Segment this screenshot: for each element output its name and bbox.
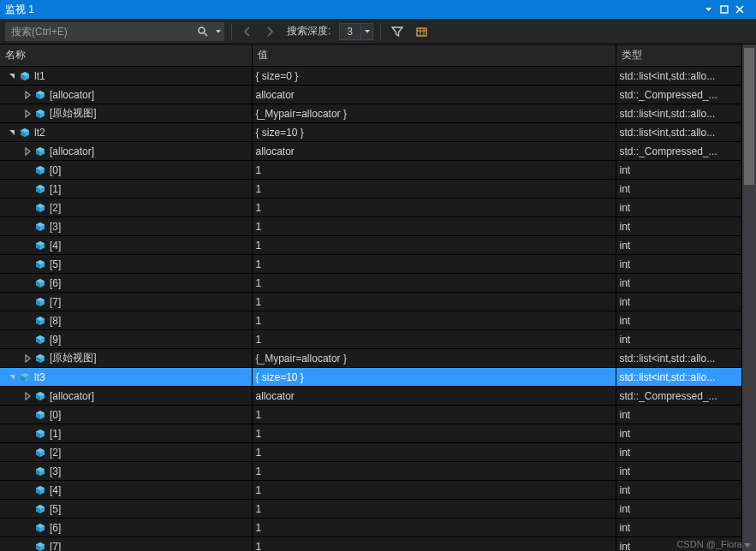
table-row[interactable]: [0]1int [0, 161, 742, 180]
row-value: 1 [256, 183, 262, 195]
row-name: [4] [50, 484, 61, 496]
table-row[interactable]: [原始视图]{_Mypair=allocator }std::list<int,… [0, 349, 742, 368]
nav-back-button[interactable] [239, 23, 256, 40]
row-name: [0] [50, 164, 61, 176]
table-row[interactable]: [2]1int [0, 443, 742, 462]
row-name: [1] [50, 428, 61, 440]
table-view-button[interactable] [412, 23, 431, 40]
table-row[interactable]: [2]1int [0, 198, 742, 217]
separator [380, 24, 381, 39]
caret-open-icon[interactable] [7, 71, 17, 81]
row-name: [5] [50, 503, 61, 515]
row-name: lt2 [34, 127, 45, 139]
row-value: 1 [256, 296, 262, 308]
row-value: 1 [256, 447, 262, 459]
variable-icon [34, 447, 46, 458]
dropdown-button[interactable] [705, 6, 720, 14]
caret-closed-icon[interactable] [22, 391, 33, 401]
nav-forward-button[interactable] [261, 23, 278, 40]
table-row[interactable]: [1]1int [0, 424, 742, 443]
caret-placeholder [22, 316, 33, 326]
variable-icon [34, 429, 46, 439]
search-icon[interactable] [193, 22, 213, 41]
row-value: 1 [256, 484, 262, 496]
row-value: { size=0 } [256, 70, 299, 82]
row-value: 1 [256, 409, 262, 421]
search-dropdown-icon[interactable] [213, 22, 223, 41]
table-row[interactable]: lt2{ size=10 }std::list<int,std::allo... [0, 123, 742, 142]
row-name: [9] [50, 334, 61, 346]
row-name: [5] [50, 258, 61, 270]
depth-label: 搜索深度: [287, 24, 330, 39]
row-type: int [620, 522, 631, 534]
caret-closed-icon[interactable] [22, 146, 33, 157]
row-type: int [620, 240, 631, 252]
caret-placeholder [22, 485, 33, 495]
table-row[interactable]: lt1{ size=0 }std::list<int,std::allo... [0, 67, 742, 86]
titlebar[interactable]: 监视 1 [0, 0, 756, 19]
row-name: [4] [50, 240, 61, 252]
variable-icon [34, 146, 46, 157]
caret-closed-icon[interactable] [22, 353, 33, 364]
column-type[interactable]: 类型 [616, 44, 742, 67]
row-value: 1 [256, 503, 262, 515]
row-type: int [620, 258, 631, 270]
table-row[interactable]: [3]1int [0, 217, 742, 236]
scrollbar-thumb[interactable] [744, 48, 754, 185]
row-value: 1 [256, 277, 262, 289]
table-row[interactable]: [allocator]allocatorstd::_Compressed_... [0, 142, 742, 161]
row-value: 1 [256, 221, 262, 233]
table-row[interactable]: [5]1int [0, 255, 742, 274]
row-name: [allocator] [50, 390, 94, 402]
search-input[interactable] [6, 26, 193, 38]
table-row[interactable]: [6]1int [0, 518, 742, 537]
row-type: int [620, 202, 631, 214]
table-row[interactable]: [原始视图]{_Mypair=allocator }std::list<int,… [0, 104, 742, 123]
table-row[interactable]: [4]1int [0, 236, 742, 255]
table-row[interactable]: [6]1int [0, 274, 742, 293]
maximize-button[interactable] [720, 5, 735, 14]
table-row[interactable]: [allocator]allocatorstd::_Compressed_... [0, 86, 742, 104]
table-row[interactable]: [3]1int [0, 462, 742, 481]
table-row[interactable]: [5]1int [0, 500, 742, 518]
row-value: 1 [256, 240, 262, 252]
table-row[interactable]: [8]1int [0, 311, 742, 330]
depth-selector[interactable]: 3 [339, 23, 373, 40]
variable-icon [34, 466, 46, 477]
chevron-down-icon[interactable] [360, 24, 372, 39]
filter-button[interactable] [388, 23, 407, 40]
row-name: [8] [50, 315, 61, 327]
row-value: allocator [256, 89, 295, 101]
caret-open-icon[interactable] [7, 372, 17, 382]
depth-value: 3 [340, 26, 360, 38]
caret-placeholder [22, 297, 33, 307]
column-name[interactable]: 名称 [0, 44, 252, 67]
table-row[interactable]: [7]1int [0, 293, 742, 311]
table-row[interactable]: [allocator]allocatorstd::_Compressed_... [0, 387, 742, 406]
row-type: int [620, 541, 631, 552]
row-value: 1 [256, 315, 262, 327]
row-type: int [620, 465, 631, 477]
caret-open-icon[interactable] [7, 127, 17, 138]
table-row[interactable]: lt3{ size=10 }std::list<int,std::allo... [0, 368, 742, 387]
caret-closed-icon[interactable] [22, 109, 33, 119]
table-row[interactable]: [7]1int [0, 537, 742, 552]
row-value: 1 [256, 465, 262, 477]
table-row[interactable]: [0]1int [0, 406, 742, 424]
vertical-scrollbar[interactable] [742, 44, 756, 551]
row-name: [2] [50, 202, 61, 214]
row-type: std::list<int,std::allo... [620, 70, 716, 82]
column-value[interactable]: 值 [252, 44, 616, 67]
table-row[interactable]: [9]1int [0, 330, 742, 349]
close-button[interactable] [735, 5, 751, 14]
caret-placeholder [22, 335, 33, 345]
variable-icon [34, 165, 46, 175]
row-value: {_Mypair=allocator } [256, 353, 347, 364]
row-type: int [620, 447, 631, 459]
caret-closed-icon[interactable] [22, 90, 33, 100]
variable-icon [34, 353, 46, 364]
table-row[interactable]: [1]1int [0, 180, 742, 198]
watch-table: 名称 值 类型 lt1{ size=0 }std::list<int,std::… [0, 44, 742, 551]
row-type: int [620, 334, 631, 346]
table-row[interactable]: [4]1int [0, 481, 742, 500]
